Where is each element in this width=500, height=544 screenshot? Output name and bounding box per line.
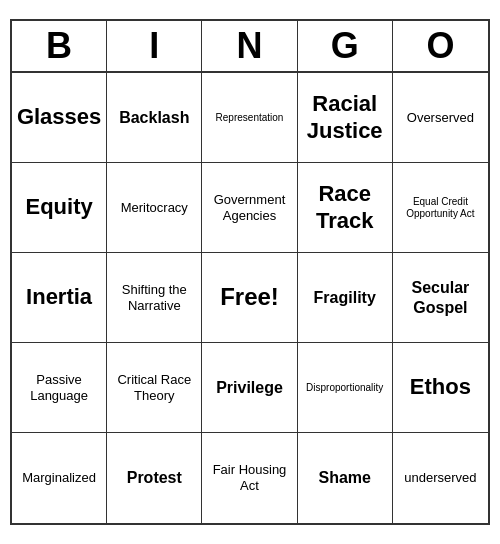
bingo-cell-18[interactable]: Disproportionality bbox=[298, 343, 393, 433]
bingo-cell-2[interactable]: Representation bbox=[202, 73, 297, 163]
bingo-cell-1[interactable]: Backlash bbox=[107, 73, 202, 163]
cell-text-7: Government Agencies bbox=[206, 192, 292, 223]
header-letter-g: G bbox=[298, 21, 393, 71]
cell-text-1: Backlash bbox=[119, 108, 189, 127]
bingo-cell-13[interactable]: Fragility bbox=[298, 253, 393, 343]
cell-text-5: Equity bbox=[25, 194, 92, 220]
bingo-cell-15[interactable]: Passive Language bbox=[12, 343, 107, 433]
bingo-cell-19[interactable]: Ethos bbox=[393, 343, 488, 433]
cell-text-18: Disproportionality bbox=[306, 382, 383, 394]
bingo-cell-23[interactable]: Shame bbox=[298, 433, 393, 523]
bingo-cell-6[interactable]: Meritocracy bbox=[107, 163, 202, 253]
cell-text-2: Representation bbox=[216, 112, 284, 124]
cell-text-8: Race Track bbox=[302, 181, 388, 234]
cell-text-14: Secular Gospel bbox=[397, 278, 484, 316]
header-letter-n: N bbox=[202, 21, 297, 71]
header-letter-b: B bbox=[12, 21, 107, 71]
bingo-card: BINGO GlassesBacklashRepresentationRacia… bbox=[10, 19, 490, 525]
bingo-cell-20[interactable]: Marginalized bbox=[12, 433, 107, 523]
cell-text-10: Inertia bbox=[26, 284, 92, 310]
bingo-header: BINGO bbox=[12, 21, 488, 73]
bingo-grid: GlassesBacklashRepresentationRacial Just… bbox=[12, 73, 488, 523]
cell-text-17: Privilege bbox=[216, 378, 283, 397]
cell-text-12: Free! bbox=[220, 283, 279, 312]
cell-text-22: Fair Housing Act bbox=[206, 462, 292, 493]
bingo-cell-4[interactable]: Overserved bbox=[393, 73, 488, 163]
bingo-cell-16[interactable]: Critical Race Theory bbox=[107, 343, 202, 433]
cell-text-21: Protest bbox=[127, 468, 182, 487]
header-letter-o: O bbox=[393, 21, 488, 71]
cell-text-11: Shifting the Narrative bbox=[111, 282, 197, 313]
cell-text-0: Glasses bbox=[17, 104, 101, 130]
header-letter-i: I bbox=[107, 21, 202, 71]
bingo-cell-3[interactable]: Racial Justice bbox=[298, 73, 393, 163]
bingo-cell-11[interactable]: Shifting the Narrative bbox=[107, 253, 202, 343]
bingo-cell-5[interactable]: Equity bbox=[12, 163, 107, 253]
cell-text-16: Critical Race Theory bbox=[111, 372, 197, 403]
cell-text-9: Equal Credit Opportunity Act bbox=[397, 196, 484, 220]
cell-text-6: Meritocracy bbox=[121, 200, 188, 216]
bingo-cell-24[interactable]: underserved bbox=[393, 433, 488, 523]
cell-text-3: Racial Justice bbox=[302, 91, 388, 144]
bingo-cell-17[interactable]: Privilege bbox=[202, 343, 297, 433]
bingo-cell-14[interactable]: Secular Gospel bbox=[393, 253, 488, 343]
bingo-cell-7[interactable]: Government Agencies bbox=[202, 163, 297, 253]
cell-text-20: Marginalized bbox=[22, 470, 96, 486]
bingo-cell-21[interactable]: Protest bbox=[107, 433, 202, 523]
bingo-cell-8[interactable]: Race Track bbox=[298, 163, 393, 253]
cell-text-19: Ethos bbox=[410, 374, 471, 400]
cell-text-15: Passive Language bbox=[16, 372, 102, 403]
cell-text-4: Overserved bbox=[407, 110, 474, 126]
cell-text-23: Shame bbox=[318, 468, 370, 487]
bingo-cell-0[interactable]: Glasses bbox=[12, 73, 107, 163]
cell-text-13: Fragility bbox=[314, 288, 376, 307]
bingo-cell-12[interactable]: Free! bbox=[202, 253, 297, 343]
cell-text-24: underserved bbox=[404, 470, 476, 486]
bingo-cell-10[interactable]: Inertia bbox=[12, 253, 107, 343]
bingo-cell-22[interactable]: Fair Housing Act bbox=[202, 433, 297, 523]
bingo-cell-9[interactable]: Equal Credit Opportunity Act bbox=[393, 163, 488, 253]
